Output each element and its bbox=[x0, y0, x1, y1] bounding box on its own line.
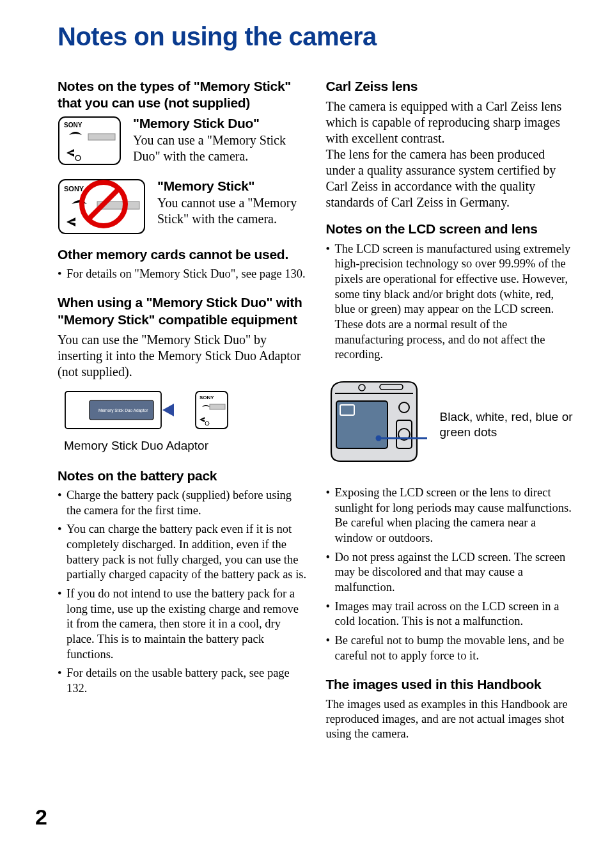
zeiss-paragraph-2: The lens for the camera has been produce… bbox=[326, 146, 575, 210]
heading-zeiss: Carl Zeiss lens bbox=[326, 78, 575, 95]
adaptor-caption: Memory Stick Duo Adaptor bbox=[64, 439, 307, 454]
page-title: Notes on using the camera bbox=[58, 22, 575, 51]
memory-stick-body: You cannot use a "Memory Stick" with the… bbox=[157, 195, 307, 227]
other-cards-list: For details on "Memory Stick Duo", see p… bbox=[58, 267, 307, 282]
right-column: Carl Zeiss lens The camera is equipped w… bbox=[326, 78, 575, 741]
memory-stick-duo-body: You can use a "Memory Stick Duo" with th… bbox=[133, 132, 307, 164]
list-item: For details on "Memory Stick Duo", see p… bbox=[58, 267, 307, 282]
svg-text:SONY: SONY bbox=[199, 395, 214, 400]
memory-stick-duo-icon: SONY bbox=[58, 116, 121, 168]
lcd-callout-row: Black, white, red, blue or green dots bbox=[326, 375, 575, 474]
list-item: The LCD screen is manufactured using ext… bbox=[326, 242, 575, 363]
heading-memstick-types: Notes on the types of "Memory Stick" tha… bbox=[58, 78, 307, 112]
svg-rect-2 bbox=[88, 134, 115, 140]
memory-stick-duo-row: SONY "Memory Stick Duo" You can use a "M… bbox=[58, 116, 307, 170]
memory-stick-row: SONY "Memory Stick" You cannot use a "Me… bbox=[58, 178, 307, 237]
camera-rear-icon bbox=[326, 375, 428, 474]
svg-rect-14 bbox=[210, 404, 225, 409]
left-column: Notes on the types of "Memory Stick" tha… bbox=[58, 78, 307, 741]
heading-handbook: The images used in this Handbook bbox=[326, 676, 575, 693]
zeiss-paragraph-1: The camera is equipped with a Carl Zeiss… bbox=[326, 99, 575, 146]
svg-text:SONY: SONY bbox=[64, 185, 84, 193]
list-item: For details on the usable battery pack, … bbox=[58, 666, 307, 696]
list-item: Exposing the LCD screen or the lens to d… bbox=[326, 485, 575, 546]
list-item: Be careful not to bump the movable lens,… bbox=[326, 633, 575, 663]
svg-text:SONY: SONY bbox=[64, 122, 82, 129]
heading-battery: Notes on the battery pack bbox=[58, 468, 307, 484]
page: Notes on using the camera Notes on the t… bbox=[0, 0, 610, 868]
memory-stick-duo-heading: "Memory Stick Duo" bbox=[133, 116, 307, 131]
svg-rect-19 bbox=[336, 401, 387, 448]
svg-point-24 bbox=[375, 435, 381, 441]
list-item: You can charge the battery pack even if … bbox=[58, 522, 307, 583]
lcd-list-bottom: Exposing the LCD screen or the lens to d… bbox=[326, 485, 575, 663]
lcd-list-top: The LCD screen is manufactured using ext… bbox=[326, 242, 575, 363]
list-item: Charge the battery pack (supplied) befor… bbox=[58, 488, 307, 518]
battery-list: Charge the battery pack (supplied) befor… bbox=[58, 488, 307, 697]
list-item: If you do not intend to use the battery … bbox=[58, 587, 307, 662]
list-item: Do not press against the LCD screen. The… bbox=[326, 550, 575, 596]
adaptor-figure: Memory Stick Duo Adaptor SONY bbox=[64, 388, 307, 435]
adaptor-body: You can use the "Memory Stick Duo" by in… bbox=[58, 332, 307, 380]
heading-other-cards: Other memory cards cannot be used. bbox=[58, 246, 307, 263]
memory-stick-prohibited-icon: SONY bbox=[58, 178, 146, 237]
heading-lcd: Notes on the LCD screen and lens bbox=[326, 221, 575, 237]
memory-stick-heading: "Memory Stick" bbox=[157, 178, 307, 194]
page-number: 2 bbox=[35, 805, 47, 830]
handbook-body: The images used as examples in this Hand… bbox=[326, 697, 575, 741]
content-columns: Notes on the types of "Memory Stick" tha… bbox=[58, 78, 575, 741]
heading-adaptor: When using a "Memory Stick Duo" with "Me… bbox=[58, 294, 307, 328]
svg-text:Memory Stick Duo Adaptor: Memory Stick Duo Adaptor bbox=[98, 408, 148, 413]
list-item: Images may trail across on the LCD scree… bbox=[326, 599, 575, 629]
lcd-callout-text: Black, white, red, blue or green dots bbox=[440, 409, 575, 440]
